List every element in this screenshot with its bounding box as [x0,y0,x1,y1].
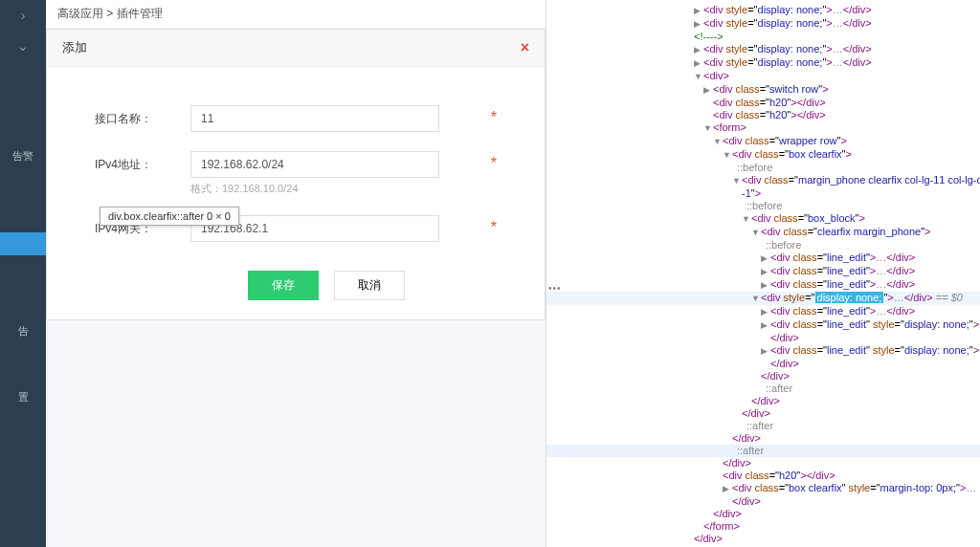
sidebar-item-4[interactable]: 告 [0,313,46,350]
cancel-button[interactable]: 取消 [334,271,405,300]
modal-header: 添加 × [47,30,545,67]
overflow-indicator: ••• [546,283,562,294]
breadcrumb-1[interactable]: 高级应用 [57,7,103,20]
required-mark: * [491,109,497,126]
ipv4addr-input[interactable] [190,151,439,178]
devtools-tooltip: div.box.clearfix::after 0 × 0 [100,207,239,226]
save-button[interactable]: 保存 [248,271,319,300]
ipv4addr-label: IPv4地址： [95,151,190,173]
sidebar-item-5[interactable]: 置 [0,379,46,416]
devtools-elements-panel[interactable]: ••• ▶<div style="display: none;">…</div>… [546,0,980,547]
chevron-right-icon[interactable]: › [0,0,46,31]
breadcrumb: 高级应用 > 插件管理 [46,0,546,29]
required-mark: * [491,155,497,172]
sidebar-item-active[interactable] [0,232,46,255]
chevron-down-icon[interactable]: ⌄ [0,31,46,61]
interface-input[interactable] [190,105,439,132]
breadcrumb-2[interactable]: 插件管理 [117,7,163,20]
required-mark: * [491,219,497,236]
sidebar-item-0[interactable]: 告警 [0,138,46,175]
close-icon[interactable]: × [521,39,529,56]
modal-title: 添加 [62,39,87,56]
sidebar: › ⌄ 告警 告 置 [0,0,46,547]
selected-dom-node[interactable]: ▼<div style="display: none;">…</div> == … [546,292,980,305]
main-content: 高级应用 > 插件管理 添加 × 接口名称： * IPv4地址： [46,0,546,547]
ipv4addr-hint: 格式：192.168.10.0/24 [190,182,483,196]
interface-label: 接口名称： [95,105,190,127]
modal: 添加 × 接口名称： * IPv4地址： 格式：192.168.10.0/24 [46,29,546,320]
